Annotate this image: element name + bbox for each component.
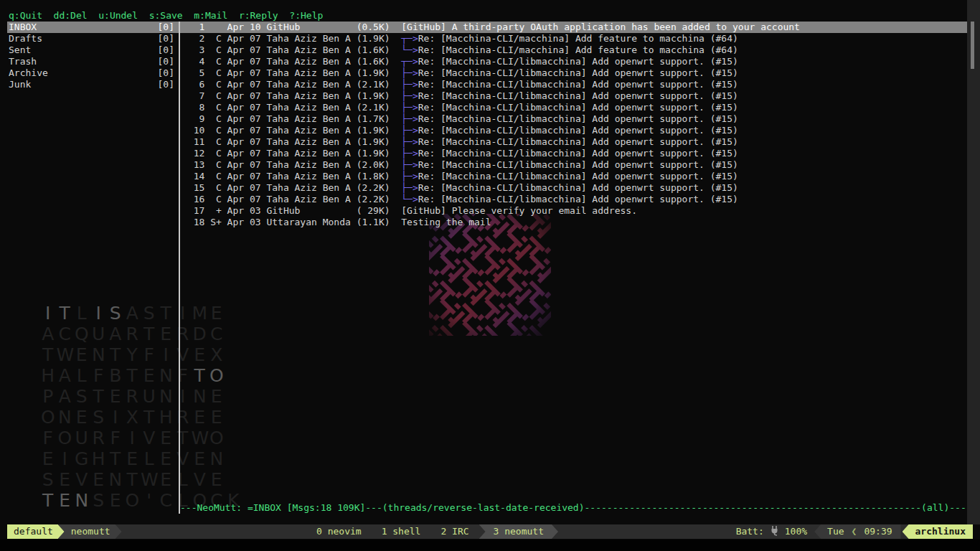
tmux-pane-title: neomutt (58, 524, 122, 539)
mail-row[interactable]: 3 C Apr 07 Taha Aziz Ben A (1.6K) └─>Re:… (180, 44, 968, 56)
mail-row-meta: 2 C Apr 07 Taha Aziz Ben A (1.9K) (182, 33, 401, 44)
sidebar-item-inbox[interactable]: INBOX[0] (7, 22, 179, 33)
word-clock-letter: C (208, 329, 225, 340)
chevron-left-icon: ❮ (852, 526, 857, 537)
scrollbar-track[interactable] (967, 0, 980, 524)
tmux-window-2-irc[interactable]: 2 IRC (430, 524, 479, 539)
word-clock-letter: O (208, 370, 225, 382)
word-clock-letter: R (174, 412, 192, 423)
mail-row[interactable]: 11 C Apr 07 Taha Aziz Ben A (1.9K) ├─>Re… (180, 136, 968, 148)
word-clock-letter: T (57, 308, 74, 319)
tmux-window-0-neovim[interactable]: 0 neovim (306, 524, 372, 539)
thread-tree-icon: ├─> (401, 159, 418, 170)
word-clock-letter: R (174, 329, 192, 340)
hostname-label: archlinux (903, 524, 973, 539)
word-clock-letter: E (141, 370, 158, 382)
mail-row[interactable]: 4 C Apr 07 Taha Aziz Ben A (1.6K) ┬─>Re:… (180, 56, 968, 67)
scrollbar-thumb[interactable] (971, 22, 974, 69)
mailbox-name: Junk (9, 79, 31, 90)
mail-row[interactable]: 17 + Apr 03 GitHub ( 29K) [GitHub] Pleas… (180, 205, 968, 217)
word-clock-letter: S (90, 495, 108, 507)
word-clock-letter: T (107, 453, 124, 465)
word-clock-letter: F (141, 349, 158, 361)
mail-subject: Re: [Macchina-CLI/libmacchina] Add openw… (418, 113, 738, 124)
word-clock-letter: V (73, 474, 90, 486)
mail-row[interactable]: 8 C Apr 07 Taha Aziz Ben A (2.1K) ├─>Re:… (180, 102, 968, 113)
word-clock-letter: W (141, 474, 158, 486)
thread-tree-icon: ├─> (401, 102, 418, 113)
thread-tree-icon: ├─> (401, 113, 418, 124)
word-clock-letter: S (90, 412, 108, 423)
mail-row-meta: 1 Apr 10 GitHub (0.5K) (182, 22, 401, 32)
word-clock-letter: I (158, 349, 175, 361)
mail-row-meta: 10 C Apr 07 Taha Aziz Ben A (1.9K) (182, 125, 401, 136)
word-clock-letter: A (57, 370, 74, 382)
word-clock-letter: N (208, 453, 225, 465)
word-clock-letter: N (107, 474, 124, 486)
mail-row-meta: 6 C Apr 07 Taha Aziz Ben A (2.1K) (182, 79, 401, 90)
word-clock-letter: Y (124, 349, 141, 361)
mail-row-meta: 13 C Apr 07 Taha Aziz Ben A (2.0K) (182, 159, 401, 170)
mail-row[interactable]: 1 Apr 10 GitHub (0.5K) [GitHub] A third-… (180, 22, 968, 33)
mail-row[interactable]: 18 S+ Apr 03 Uttarayan Monda (1.1K) Test… (180, 217, 968, 228)
word-clock-letter: X (124, 412, 141, 423)
word-clock-letter: G (73, 453, 90, 465)
mail-subject: Re: [Macchina-CLI/libmacchina] Add openw… (418, 67, 738, 78)
sidebar-item-trash[interactable]: Trash[0] (7, 56, 179, 67)
sidebar-item-archive[interactable]: Archive[0] (7, 67, 179, 79)
word-clock-letter: L (141, 453, 158, 465)
mail-row[interactable]: 14 C Apr 07 Taha Aziz Ben A (1.8K) ├─>Re… (180, 171, 968, 182)
sidebar-item-drafts[interactable]: Drafts[0] (7, 33, 179, 44)
help-bar: q:Quit dd:Del u:Undel s:Save m:Mail r:Re… (9, 10, 323, 22)
word-clock-letter: W (192, 433, 209, 444)
mail-row[interactable]: 5 C Apr 07 Taha Aziz Ben A (1.9K) ├─>Re:… (180, 67, 968, 79)
mail-subject: Re: [Macchina-CLI/libmacchina] Add openw… (418, 102, 738, 113)
mail-subject: Re: [Macchina-CLI/libmacchina] Add openw… (418, 79, 738, 90)
tmux-session-name[interactable]: default (7, 524, 65, 539)
thread-tree-icon: ┬─> (401, 56, 418, 67)
mail-row[interactable]: 10 C Apr 07 Taha Aziz Ben A (1.9K) ├─>Re… (180, 125, 968, 136)
mailbox-name: INBOX (9, 22, 37, 33)
word-clock-letter: F (107, 433, 124, 444)
tmux-window-3-neomutt[interactable]: 3 neomutt (479, 524, 558, 539)
mail-row[interactable]: 13 C Apr 07 Taha Aziz Ben A (2.0K) ├─>Re… (180, 159, 968, 171)
word-clock-letter: E (158, 433, 175, 444)
word-clock-letter: E (208, 474, 225, 486)
word-clock-letter: W (57, 349, 74, 361)
word-clock-letter: I (107, 412, 124, 423)
word-clock-letter: E (107, 391, 124, 402)
word-clock-letter: E (158, 474, 175, 486)
word-clock-letter: I (174, 308, 192, 319)
tmux-window-1-shell[interactable]: 1 shell (372, 524, 431, 539)
word-clock-letter: L (174, 474, 192, 486)
mail-row-meta: 17 + Apr 03 GitHub ( 29K) (182, 205, 401, 216)
sidebar-item-sent[interactable]: Sent[0] (7, 44, 179, 56)
terminal-screen: ITLISASTIMEACQUARTERDCTWENTYFIVEXHALFBTE… (0, 0, 980, 551)
sidebar-item-junk[interactable]: Junk[0] (7, 79, 179, 90)
word-clock-letter: E (208, 412, 225, 423)
word-clock-letter: T (192, 370, 209, 382)
word-clock-letter: N (73, 495, 90, 507)
mail-row[interactable]: 16 C Apr 07 Taha Aziz Ben A (2.2K) └─>Re… (180, 194, 968, 205)
mail-row[interactable]: 2 C Apr 07 Taha Aziz Ben A (1.9K) ┬─>Re:… (180, 33, 968, 44)
mail-subject: Re: [Macchina-CLI/libmacchina] Add openw… (418, 171, 738, 182)
mail-row-meta: 16 C Apr 07 Taha Aziz Ben A (2.2K) (182, 194, 401, 204)
word-clock-letter: I (174, 391, 192, 402)
mail-row[interactable]: 12 C Apr 07 Taha Aziz Ben A (1.9K) ├─>Re… (180, 148, 968, 159)
thread-tree-icon: ├─> (401, 79, 418, 90)
mail-row[interactable]: 6 C Apr 07 Taha Aziz Ben A (2.1K) ├─>Re:… (180, 79, 968, 90)
word-clock-letter: T (124, 474, 141, 486)
mail-row[interactable]: 7 C Apr 07 Taha Aziz Ben A (1.9K) ├─>Re:… (180, 90, 968, 102)
word-clock-letter: E (158, 329, 175, 340)
mail-row[interactable]: 9 C Apr 07 Taha Aziz Ben A (1.7K) ├─>Re:… (180, 113, 968, 125)
word-clock-letter: R (124, 391, 141, 402)
word-clock-letter: X (208, 349, 225, 361)
mail-row-meta: 14 C Apr 07 Taha Aziz Ben A (1.8K) (182, 171, 401, 182)
mailbox-name: Archive (9, 67, 48, 79)
word-clock-letter: T (158, 308, 175, 319)
mail-subject: Re: [Macchina-CLI/libmacchina] Add openw… (418, 194, 738, 204)
word-clock-letter: F (90, 370, 108, 382)
mail-row[interactable]: 15 C Apr 07 Taha Aziz Ben A (2.2K) ├─>Re… (180, 182, 968, 194)
word-clock-letter: U (90, 329, 108, 340)
mail-row-meta: 18 S+ Apr 03 Uttarayan Monda (1.1K) (182, 217, 401, 227)
